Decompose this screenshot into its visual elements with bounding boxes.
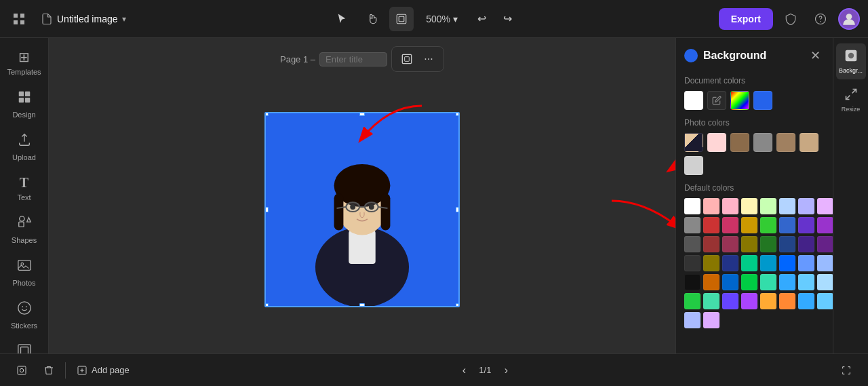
- default-color-17[interactable]: [703, 236, 719, 252]
- add-page-button[interactable]: Add page: [71, 362, 135, 379]
- default-color-38[interactable]: [798, 274, 814, 290]
- default-color-49[interactable]: [703, 312, 719, 328]
- page-more-button[interactable]: ···: [419, 50, 438, 69]
- doc-color-white[interactable]: [684, 91, 703, 110]
- default-color-13[interactable]: [779, 217, 795, 233]
- default-color-11[interactable]: [741, 217, 757, 233]
- fit-screen-button[interactable]: [835, 360, 857, 381]
- page-title-input[interactable]: [319, 52, 387, 66]
- hand-tool[interactable]: [359, 7, 384, 31]
- default-color-43[interactable]: [741, 293, 757, 309]
- default-color-10[interactable]: [722, 217, 738, 233]
- default-color-39[interactable]: [817, 274, 833, 290]
- panel-close-button[interactable]: ✕: [806, 46, 825, 65]
- default-color-47[interactable]: [817, 293, 833, 309]
- app-logo[interactable]: [8, 8, 30, 30]
- page-frame-button[interactable]: [397, 50, 416, 69]
- default-color-2[interactable]: [722, 198, 738, 214]
- handle-left-mid[interactable]: [264, 207, 269, 212]
- file-menu[interactable]: Untitled image ▾: [35, 10, 132, 28]
- photo-color-person[interactable]: [684, 133, 703, 152]
- default-color-15[interactable]: [817, 217, 833, 233]
- zoom-control[interactable]: 500% ▾: [419, 9, 465, 28]
- default-color-29[interactable]: [779, 255, 795, 271]
- handle-top-mid[interactable]: [359, 112, 365, 116]
- default-color-48[interactable]: [684, 312, 701, 328]
- sidebar-item-design[interactable]: Design: [5, 84, 43, 124]
- handle-top-right[interactable]: [456, 112, 460, 116]
- select-tool[interactable]: [330, 7, 354, 31]
- default-color-18[interactable]: [722, 236, 738, 252]
- default-color-4[interactable]: [760, 198, 776, 214]
- frame-tool[interactable]: [389, 7, 414, 31]
- undo-button[interactable]: ↩: [470, 7, 494, 31]
- right-sidebar-background[interactable]: Backgr...: [836, 43, 866, 79]
- default-color-25[interactable]: [703, 255, 719, 271]
- handle-top-left[interactable]: [264, 112, 269, 116]
- default-color-14[interactable]: [798, 217, 814, 233]
- redo-button[interactable]: ↪: [496, 7, 520, 31]
- user-avatar[interactable]: [838, 8, 860, 30]
- default-color-30[interactable]: [798, 255, 814, 271]
- default-color-33[interactable]: [703, 274, 719, 290]
- sidebar-item-frames[interactable]: Frames: [5, 338, 43, 353]
- right-sidebar-resize[interactable]: Resize: [836, 82, 866, 118]
- default-color-28[interactable]: [760, 255, 776, 271]
- default-color-26[interactable]: [722, 255, 738, 271]
- photo-color-gray[interactable]: [753, 133, 772, 152]
- default-color-16[interactable]: [684, 236, 701, 252]
- default-color-22[interactable]: [798, 236, 814, 252]
- next-page-button[interactable]: ›: [496, 361, 515, 380]
- default-color-41[interactable]: [703, 293, 719, 309]
- default-color-35[interactable]: [741, 274, 757, 290]
- sidebar-item-stickers[interactable]: Stickers: [5, 295, 43, 335]
- default-color-6[interactable]: [798, 198, 814, 214]
- default-color-31[interactable]: [817, 255, 833, 271]
- canvas-image-wrapper[interactable]: [264, 112, 460, 307]
- default-color-45[interactable]: [779, 293, 795, 309]
- handle-right-mid[interactable]: [456, 207, 460, 212]
- handle-bottom-mid[interactable]: [359, 303, 365, 307]
- handle-bottom-left[interactable]: [264, 303, 269, 307]
- default-color-8[interactable]: [684, 217, 701, 233]
- sidebar-item-text[interactable]: T Text: [5, 170, 43, 207]
- bottom-trash-button[interactable]: [38, 360, 60, 381]
- photo-color-pink[interactable]: [707, 133, 726, 152]
- canvas-area[interactable]: Page 1 – ···: [49, 38, 675, 353]
- default-color-5[interactable]: [779, 198, 795, 214]
- default-color-40[interactable]: [684, 293, 701, 309]
- default-color-21[interactable]: [779, 236, 795, 252]
- default-color-3[interactable]: [741, 198, 757, 214]
- default-color-20[interactable]: [760, 236, 776, 252]
- default-color-27[interactable]: [741, 255, 757, 271]
- photo-color-beige[interactable]: [800, 133, 818, 152]
- sidebar-item-templates[interactable]: ⊞ Templates: [5, 43, 43, 81]
- prev-page-button[interactable]: ‹: [454, 361, 473, 380]
- default-color-19[interactable]: [741, 236, 757, 252]
- default-color-37[interactable]: [779, 274, 795, 290]
- default-color-0[interactable]: [684, 198, 701, 214]
- handle-bottom-right[interactable]: [456, 303, 460, 307]
- sidebar-item-upload[interactable]: Upload: [5, 127, 43, 167]
- default-color-12[interactable]: [760, 217, 776, 233]
- doc-color-blue[interactable]: [753, 91, 772, 110]
- default-color-36[interactable]: [760, 274, 776, 290]
- default-color-44[interactable]: [760, 293, 776, 309]
- photo-color-light-gray[interactable]: [684, 156, 703, 175]
- default-color-9[interactable]: [703, 217, 719, 233]
- default-color-42[interactable]: [722, 293, 738, 309]
- bottom-save-button[interactable]: [11, 360, 33, 381]
- doc-color-edit[interactable]: [707, 91, 726, 110]
- photo-color-tan[interactable]: [776, 133, 795, 152]
- default-color-32[interactable]: [684, 274, 701, 290]
- doc-color-gradient[interactable]: [730, 91, 749, 110]
- default-color-1[interactable]: [703, 198, 719, 214]
- sidebar-item-photos[interactable]: Photos: [5, 252, 43, 292]
- default-color-23[interactable]: [817, 236, 833, 252]
- sidebar-item-shapes[interactable]: Shapes: [5, 210, 43, 250]
- default-color-46[interactable]: [798, 293, 814, 309]
- default-color-34[interactable]: [722, 274, 738, 290]
- canvas-frame[interactable]: [264, 112, 460, 307]
- default-color-7[interactable]: [817, 198, 833, 214]
- help-icon-btn[interactable]: [808, 7, 833, 31]
